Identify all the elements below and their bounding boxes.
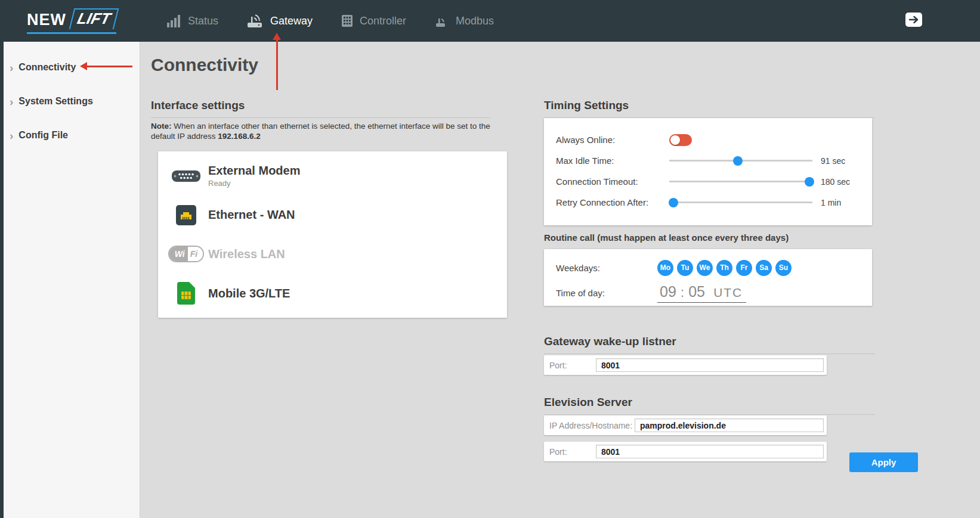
nav-item-gateway[interactable]: Gateway [247,14,313,28]
weekday-button-fr[interactable]: Fr [736,260,752,276]
elevision-host-label: IP Address/Hostname: [544,421,635,430]
main-nav: Status Gateway Controller Modbus [167,14,494,28]
nav-label-controller: Controller [360,15,406,27]
antenna-icon [435,14,449,27]
weekday-button-su[interactable]: Su [775,260,792,276]
wakeup-port-input[interactable] [596,358,824,372]
interface-status-external-modem: Ready [208,179,300,188]
routine-call-heading: Routine call (must happen at least once … [544,232,875,243]
weekday-button-sa[interactable]: Sa [756,260,772,276]
slider-track [669,181,812,182]
elevision-port-label: Port: [544,447,596,457]
retry-connection-row: Retry Connection After: 1 min [556,192,860,213]
serial-port-icon [168,166,205,185]
interface-item-ethernet-wan[interactable]: Ethernet - WAN [158,196,507,235]
toggle-knob [670,135,680,145]
logo-text-lift: LIFT [75,10,113,28]
logout-icon [905,12,923,30]
weekday-button-th[interactable]: Th [716,260,732,276]
nav-label-modbus: Modbus [456,15,494,27]
nav-item-controller[interactable]: Controller [341,14,406,28]
annotation-arrow-connectivity [80,62,132,70]
chevron-right-icon: › [10,130,13,141]
time-of-day-group: : UTC [657,283,746,303]
apply-button[interactable]: Apply [849,452,918,472]
bar-chart-icon [167,15,181,27]
retry-connection-value: 1 min [821,198,841,207]
hour-input[interactable] [657,283,679,300]
arrow-head [80,62,87,70]
interface-item-external-modem[interactable]: External Modem Ready [158,156,507,196]
interface-label-wireless-lan: Wireless LAN [208,247,285,261]
arrow-head [273,33,281,40]
arrow-shaft [87,66,132,67]
weekday-button-tu[interactable]: Tu [677,260,693,276]
sidebar-item-system-settings[interactable]: › System Settings [4,91,140,111]
elevision-port-row: Port: [544,442,827,461]
time-of-day-row: Time of day: : UTC [556,281,860,305]
interface-item-mobile-3g-lte[interactable]: Mobile 3G/LTE [158,274,507,313]
weekday-button-mo[interactable]: Mo [657,260,673,276]
arrow-shaft [276,40,278,90]
sidebar-item-config-file[interactable]: › Config File [4,125,140,145]
always-online-label: Always Online: [556,135,669,145]
nav-item-status[interactable]: Status [167,14,218,28]
wifi-icon-right: Fi [188,247,203,261]
logout-button[interactable] [905,12,923,30]
max-idle-time-slider[interactable] [669,156,812,166]
timezone-label: UTC [713,286,743,300]
slider-knob[interactable] [669,198,678,207]
note-text: When an interface other than ethernet is… [151,122,490,141]
sim-card-icon [168,281,205,305]
sidebar-label-config-file: Config File [18,130,68,141]
max-idle-time-label: Max Idle Time: [556,156,669,166]
connection-timeout-value: 180 sec [821,177,850,187]
minute-input[interactable] [686,283,707,300]
chevron-right-icon: › [10,96,13,107]
elevision-host-row: IP Address/Hostname: [544,415,827,435]
interface-item-wireless-lan[interactable]: WiFi Wireless LAN [158,235,507,274]
slider-knob[interactable] [733,156,743,166]
weekday-button-we[interactable]: We [697,260,713,276]
connection-timeout-slider[interactable] [669,176,812,187]
newlift-logo: NEW LIFT [27,8,116,34]
interface-label-ethernet-wan: Ethernet - WAN [208,208,295,222]
weekday-buttons: Mo Tu We Th Fr Sa Su [657,260,795,276]
chevron-right-icon: › [10,62,13,73]
nav-label-gateway: Gateway [270,15,313,27]
note-label: Note: [151,122,172,131]
connection-timeout-row: Connection Timeout: 180 sec [556,171,860,192]
logo-lift-frame: LIFT [69,8,119,29]
elevision-server-heading: Elevision Server [544,396,875,415]
retry-connection-label: Retry Connection After: [556,197,669,207]
weekdays-row: Weekdays: Mo Tu We Th Fr Sa Su [556,258,860,278]
keypad-icon [341,14,353,27]
time-of-day-label: Time of day: [556,288,657,298]
retry-connection-slider[interactable] [669,197,812,207]
routine-call-card: Weekdays: Mo Tu We Th Fr Sa Su Time of d… [544,249,872,306]
max-idle-time-value: 91 sec [821,156,845,166]
elevision-port-input[interactable] [596,445,824,458]
interface-label-mobile-3g-lte: Mobile 3G/LTE [208,287,290,300]
top-navbar: NEW LIFT Status Gateway Controller [0,0,980,42]
interface-list: External Modem Ready Ethernet - WAN WiFi… [158,151,507,318]
always-online-row: Always Online: [556,129,860,150]
sidebar: › Connectivity › System Settings › Confi… [4,42,140,518]
gateway-settings-page: NEW LIFT Status Gateway Controller [0,0,980,518]
slider-knob[interactable] [805,177,814,187]
interface-label-external-modem: External Modem [208,164,300,178]
note-ip: 192.168.6.2 [218,132,260,141]
sidebar-label-system-settings: System Settings [18,96,92,107]
page-title: Connectivity [151,55,258,75]
interface-settings-heading: Interface settings [151,99,491,118]
slider-track [669,201,812,203]
timing-settings-card: Always Online: Max Idle Time: 91 sec Con… [544,118,872,225]
connection-timeout-label: Connection Timeout: [556,176,669,187]
always-online-toggle[interactable] [669,134,692,146]
wakeup-port-row: Port: [544,355,827,375]
weekdays-label: Weekdays: [556,263,657,273]
elevision-host-input[interactable] [635,418,824,432]
nav-item-modbus[interactable]: Modbus [435,14,494,28]
gateway-wakeup-heading: Gateway wake-up listner [544,335,875,354]
interface-note: Note: When an interface other than ether… [151,121,497,141]
